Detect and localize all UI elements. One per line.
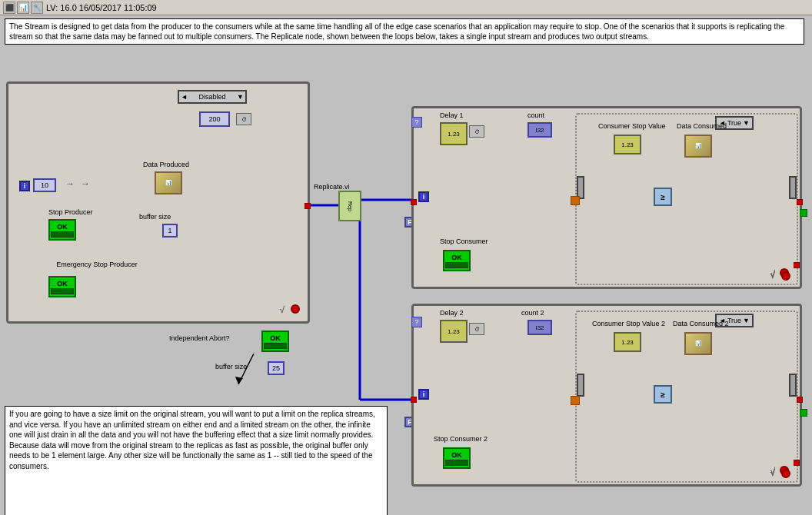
consumer-loop-1: Delay 1 1.23 ⏱ count I32 ◄ True ▼ Consum… (411, 106, 802, 289)
coerce-node-1: → (62, 176, 78, 191)
i-control: i (19, 181, 30, 191)
icon-3: 🔧 (31, 2, 43, 14)
buffer-size-1-label: buffer size (139, 213, 171, 221)
title-bar: ⬛ 📊 🔧 LV: 16.0 16/05/2017 11:05:09 (0, 0, 812, 15)
buffer-size-2-label: buffer size (215, 363, 247, 370)
bottom-description: If you are going to have a size limit on… (5, 406, 388, 515)
arrow-left: ◄ (181, 93, 188, 101)
stop-producer-label: Stop Producer (48, 208, 93, 216)
data-consumed-2-label: Data Consumed 2 (673, 320, 729, 327)
data-produced-icon: 📊 (155, 171, 182, 194)
consumer-loop-2: Delay 2 1.23 ⏱ count 2 I32 ◄ True ▼ Cons… (411, 304, 802, 487)
stream-tunnel-c2 (571, 396, 580, 405)
i-terminal-consumer-2: i (418, 389, 429, 400)
buffer-size-1-ctrl[interactable]: 1 (162, 224, 178, 238)
count2-label: count 2 (521, 309, 544, 317)
select-node-c2: ? (411, 317, 422, 327)
data-consumed-label: Data Consumed (677, 122, 727, 130)
disabled-label: Disabled (198, 93, 225, 101)
inner-loop-stop-2 (794, 460, 800, 466)
stream-tunnel-c1 (571, 196, 580, 205)
consumer-stop-value-2-label: Consumer Stop Value 2 (592, 320, 665, 327)
inner-consumer-loop-1: ◄ True ▼ Consumer Stop Value 1.23 Data C… (575, 113, 798, 285)
prod-loop-border-right (304, 203, 311, 209)
icon-1: ⬛ (3, 2, 15, 14)
svg-marker-23 (235, 377, 243, 384)
delay2-icon: 1.23 (440, 320, 468, 343)
stop-consumer-2-btn[interactable]: OK (443, 447, 471, 469)
delay1-icon: 1.23 (440, 122, 468, 145)
inner-loop-stop-1 (794, 262, 800, 268)
disabled-dropdown[interactable]: ◄ Disabled ▼ (178, 90, 247, 104)
replicate-vi-node: Rep (338, 191, 361, 221)
delay1-label: Delay 1 (440, 111, 464, 119)
data-consumed-icon: 📊 (684, 135, 712, 158)
compare-node-2: ≥ (654, 385, 672, 404)
shift-reg-right-1 (789, 176, 797, 199)
data-produced-label: Data Produced (143, 161, 189, 168)
coerce-node-2: → (78, 176, 93, 191)
title-text: LV: 16.0 16/05/2017 11:05:09 (46, 3, 157, 12)
consumer-stop-value-2-ctrl: 1.23 (614, 332, 641, 352)
c2-loop-sq-left (411, 397, 417, 403)
emergency-stop-btn[interactable]: OK (48, 276, 76, 297)
arrow-right: ▼ (237, 93, 244, 101)
delay1-timer: ⏱ (469, 125, 484, 138)
stop-consumer-2-label: Stop Consumer 2 (434, 435, 488, 443)
replicate-vi-label: Replicate.vi (314, 183, 350, 191)
consumer-loop-1-circle (781, 271, 790, 281)
delay2-timer: ⏱ (469, 323, 484, 335)
c2-loop-sq-right (797, 397, 803, 403)
prod-loop-stop-circle (291, 304, 300, 314)
emergency-stop-label: Emergency Stop Producer (47, 261, 147, 269)
compare-node-1: ≥ (654, 188, 672, 206)
count-indicator: I32 (527, 122, 552, 138)
count2-indicator: I32 (527, 320, 552, 335)
v-indicator-consumer-1: √ (770, 270, 775, 281)
independent-abort-label: Independent Abort? (169, 334, 230, 342)
diagram-area: The Stream is designed to get data from … (0, 15, 812, 515)
num-10-ctrl[interactable]: 10 (33, 178, 56, 192)
consumer-loop-2-circle (781, 469, 790, 478)
c1-loop-sq-left (411, 199, 417, 205)
stop-consumer-btn[interactable]: OK (443, 250, 471, 271)
stop-consumer-label: Stop Consumer (440, 238, 488, 245)
title-icons: ⬛ 📊 🔧 (3, 2, 43, 14)
delay2-label: Delay 2 (440, 309, 464, 317)
select-node-c1: ? (411, 117, 422, 128)
data-consumed-2-icon: 📊 (684, 332, 712, 355)
green-tunnel-c1-right (800, 209, 807, 217)
timing-icon: ⏱ (236, 113, 251, 125)
c1-loop-sq-right (797, 199, 803, 205)
v-indicator-prod: √ (279, 304, 285, 315)
icon-2: 📊 (17, 2, 29, 14)
i-terminal-consumer-1: i (418, 191, 429, 202)
consumer-stop-value-ctrl: 1.23 (614, 135, 641, 154)
top-description: The Stream is designed to get data from … (5, 18, 804, 45)
independent-abort-btn[interactable]: OK (261, 331, 289, 352)
inner-consumer-loop-2: ◄ True ▼ Consumer Stop Value 2 1.23 Data… (575, 311, 798, 483)
consumer-stop-value-label: Consumer Stop Value (598, 122, 665, 130)
green-tunnel-c2-right (800, 409, 807, 417)
stop-producer-btn[interactable]: OK (48, 219, 76, 241)
shift-reg-left-2 (577, 374, 584, 397)
producer-loop: ◄ Disabled ▼ 200 ⏱ i 10 → → Data Produce… (6, 81, 310, 324)
count-label: count (527, 111, 544, 119)
buffer-size-2-ctrl[interactable]: 25 (268, 361, 285, 375)
num-200-ctrl[interactable]: 200 (199, 111, 230, 127)
v-indicator-consumer-2: √ (770, 467, 775, 478)
shift-reg-right-2 (789, 374, 797, 397)
